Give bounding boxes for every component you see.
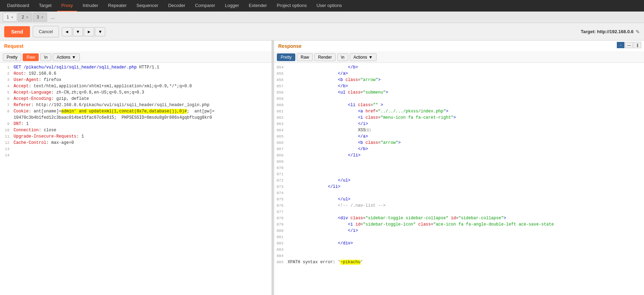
response-line-873: 873 </li>: [274, 184, 644, 190]
nav-item-extender[interactable]: Extender: [245, 0, 271, 12]
request-line-14: 14: [0, 152, 272, 158]
response-line-879: 879 <i id="sidebar-toggle-icon" class="a…: [274, 221, 644, 228]
response-line-878: 878 <div class="sidebar-toggle sidebar-c…: [274, 215, 644, 221]
tab-2[interactable]: 2 ×: [18, 13, 32, 22]
request-line-3: 3 User-Agent: firefox: [0, 77, 272, 83]
response-pretty-tab[interactable]: Pretty: [277, 53, 295, 61]
request-line-6: 6 Accept-Encoding: gzip, deflate: [0, 96, 272, 102]
response-toolbar: Pretty Raw Render \n Actions ▼: [274, 52, 644, 63]
view-toggle-group: ⎓ — ‖: [617, 42, 641, 48]
response-line-858: 858 <ul class="submenu">: [274, 89, 644, 96]
tab-1[interactable]: 1 ×: [3, 13, 17, 22]
nav-item-sequencer[interactable]: Sequencer: [132, 0, 162, 12]
request-line-7: 7 Referer: http://192.168.0.6/pikachu/vu…: [0, 102, 272, 108]
request-line-1: 1 GET /pikachu/vul/sqli/sqli_header/sqli…: [0, 64, 272, 71]
response-line-869: 869: [274, 158, 644, 165]
request-actions-button[interactable]: Actions ▼: [53, 53, 79, 61]
response-line-863: 863 </i>: [274, 121, 644, 127]
view-single-button[interactable]: —: [625, 42, 633, 48]
request-ln-tab[interactable]: \n: [40, 53, 51, 61]
send-button[interactable]: Send: [4, 26, 30, 37]
tab-3[interactable]: 3 ×: [33, 13, 47, 22]
response-actions-button[interactable]: Actions ▼: [350, 53, 377, 61]
response-line-856: 856 <b class="arrow">: [274, 77, 644, 83]
nav-item-repeater[interactable]: Repeater: [104, 0, 131, 12]
response-raw-tab[interactable]: Raw: [297, 53, 313, 61]
response-line-882: 882 </div>: [274, 240, 644, 246]
response-actions-label: Actions: [354, 55, 367, 60]
nav-item-intruder[interactable]: Intruder: [78, 0, 103, 12]
nav-item-comparer[interactable]: Comparer: [191, 0, 219, 12]
response-line-880: 880 </i>: [274, 228, 644, 234]
nav-item-dashboard[interactable]: Dashboard: [3, 0, 33, 12]
request-line-13: 13: [0, 146, 272, 152]
request-line-10: 10 Connection: close: [0, 127, 272, 133]
nav-next-drop-button[interactable]: ▼: [95, 27, 105, 36]
response-render-tab[interactable]: Render: [314, 53, 335, 61]
request-header: Request: [0, 40, 272, 52]
response-line-860: 860 <li class="" >: [274, 102, 644, 108]
response-line-854: 854 </b>: [274, 64, 644, 71]
response-ln-tab[interactable]: \n: [337, 53, 348, 61]
response-line-881: 881: [274, 234, 644, 240]
response-panel: ⎓ — ‖ Response Pretty Raw Render \n Acti…: [274, 40, 644, 295]
request-actions-label: Actions: [56, 55, 70, 60]
response-line-866: 866 <b class="arrow">: [274, 140, 644, 146]
request-raw-tab[interactable]: Raw: [23, 53, 39, 61]
nav-item-decoder[interactable]: Decoder: [164, 0, 189, 12]
tab-1-close[interactable]: ×: [11, 15, 13, 19]
response-line-877: 877: [274, 209, 644, 215]
response-line-872: 872 </ul>: [274, 177, 644, 184]
response-line-885: 885 XPATH syntax error: '~pikachu': [274, 259, 644, 265]
request-toolbar: Pretty Raw \n Actions ▼: [0, 52, 272, 63]
response-line-874: 874: [274, 190, 644, 196]
response-line-855: 855 </a>: [274, 71, 644, 77]
nav-item-user-options[interactable]: User options: [312, 0, 346, 12]
response-line-861: 861 <a href="../../.../pkxss/index.php">: [274, 108, 644, 115]
edit-icon[interactable]: ✎: [636, 29, 640, 35]
request-line-9: 9 DNT: 1: [0, 121, 272, 127]
tab-2-close[interactable]: ×: [26, 15, 28, 19]
request-pretty-tab[interactable]: Pretty: [3, 53, 21, 61]
tab-3-label: 3: [37, 15, 39, 20]
nav-prev-button[interactable]: ◄: [62, 27, 72, 36]
response-line-867: 867 </b>: [274, 146, 644, 152]
response-line-871: 871: [274, 171, 644, 177]
nav-item-target[interactable]: Target: [35, 0, 56, 12]
response-line-865: ⠿ 865 </a>: [274, 133, 644, 140]
nav-next-button[interactable]: ►: [84, 27, 94, 36]
tab-more[interactable]: ...: [48, 13, 58, 21]
request-line-11: 11 Upgrade-Insecure-Requests: 1: [0, 133, 272, 140]
response-line-870: 870: [274, 165, 644, 171]
response-line-862: 862 <i class="menu-icon fa fa-caret-righ…: [274, 115, 644, 121]
response-actions-chevron: ▼: [369, 55, 373, 60]
tab-2-label: 2: [22, 15, 24, 20]
response-line-857: 857 </b>: [274, 83, 644, 89]
response-line-883: 883: [274, 246, 644, 253]
tab-3-close[interactable]: ×: [41, 15, 43, 19]
request-actions-chevron: ▼: [72, 55, 76, 60]
response-line-876: 876 <!-- /.nav-list -->: [274, 202, 644, 209]
request-line-4: 4 Accept: text/html,application/xhtml+xm…: [0, 83, 272, 89]
request-line-12: 12 Cache-Control: max-age=0: [0, 140, 272, 146]
top-nav: Dashboard Target Proxy Intruder Repeater…: [0, 0, 644, 12]
response-line-859: 859: [274, 96, 644, 102]
nav-item-proxy[interactable]: Proxy: [57, 0, 77, 12]
nav-prev-drop-button[interactable]: ▼: [73, 27, 83, 36]
view-vertical-button[interactable]: ‖: [634, 42, 641, 48]
history-nav: ◄ ▼ ► ▼: [62, 27, 106, 36]
request-panel: Request Pretty Raw \n Actions ▼ 1 GET /p…: [0, 40, 272, 295]
nav-item-project-options[interactable]: Project options: [273, 0, 311, 12]
request-code-area[interactable]: 1 GET /pikachu/vul/sqli/sqli_header/sqli…: [0, 63, 272, 295]
nav-item-logger[interactable]: Logger: [221, 0, 243, 12]
response-line-875: 875 </ul>: [274, 196, 644, 202]
response-line-864: 864 XSS□□: [274, 127, 644, 133]
response-header: Response: [274, 40, 644, 52]
toolbar: Send Cancel ◄ ▼ ► ▼ Target: http://192.1…: [0, 23, 644, 40]
response-line-868: 868 </li>: [274, 152, 644, 158]
cancel-button[interactable]: Cancel: [33, 26, 59, 37]
view-split-button[interactable]: ⎓: [617, 42, 624, 48]
response-code-area[interactable]: 854 </b> 855 </a> 856 <b class="arrow">: [274, 63, 644, 295]
request-line-8b: 10470c3b4b1fed12c3baac014be15fac67c6e815…: [0, 115, 272, 121]
request-line-8: 8 Cookie: ant[uname]=admin' and updatexm…: [0, 108, 272, 115]
